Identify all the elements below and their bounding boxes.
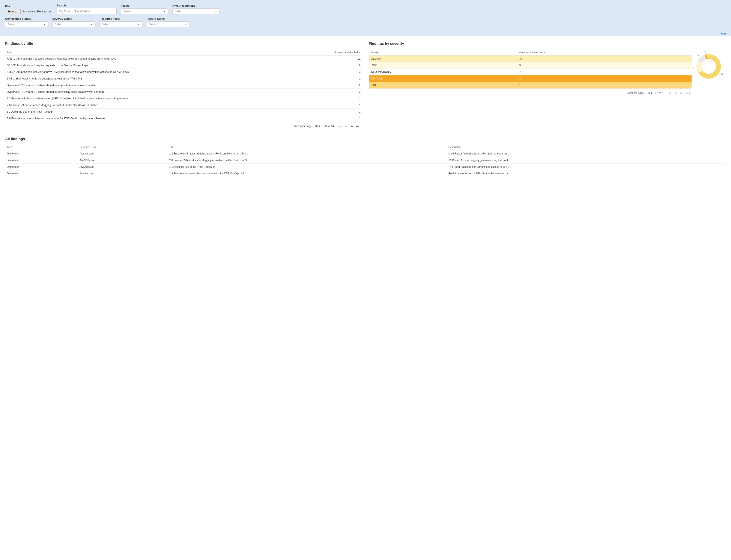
table-row[interactable]: HIGH 1 — [369, 82, 692, 89]
severity-label: MEDIUM — [369, 55, 518, 62]
finding-title: 2.6 Ensure S3 bucket access logging is e… — [5, 102, 294, 109]
sev-header-row: Severity # resources affected ▼ — [369, 49, 692, 55]
chevron-down-icon: ▼ — [43, 23, 46, 26]
col-title: Title — [168, 144, 447, 150]
severity-select[interactable]: Select... ▼ — [52, 21, 95, 27]
donut-label: 7 — [698, 54, 699, 56]
table-row[interactable]: Demo team AwsS3Bucket 2.6 Ensure S3 buck… — [5, 157, 726, 164]
team-placeholder: Select... — [123, 10, 133, 13]
compliance-label: Compliance Status: — [5, 17, 48, 20]
description: S3 Bucket Access Logging generates a log… — [447, 157, 726, 164]
aws-select[interactable]: Select... ▼ — [172, 8, 219, 14]
resource-type-select[interactable]: Select... ▼ — [99, 21, 142, 27]
team-label: Team: — [121, 4, 168, 7]
aws-label: AWS Account ID: — [172, 4, 219, 7]
compliance-placeholder: Select... — [7, 23, 18, 26]
prev-page-button[interactable]: ◀ — [673, 91, 677, 95]
record-state-select[interactable]: Select... ▼ — [147, 21, 189, 27]
resource-count: 2 — [294, 82, 362, 89]
donut-label: 37 — [721, 73, 723, 75]
team-select[interactable]: Select... ▼ — [121, 8, 168, 14]
table-row[interactable]: Demo team AwsAccount 3.9 Ensure a log me… — [5, 170, 726, 177]
first-page-button[interactable]: ❙◀ — [665, 91, 672, 95]
table-row[interactable]: CRITICAL 2 — [369, 75, 692, 82]
severity-label-group: Severity Label: Select... ▼ — [52, 17, 95, 27]
severity-label: HIGH — [369, 82, 518, 89]
next-page-button[interactable]: ▶ — [350, 124, 354, 128]
search-icon: 🔍 — [59, 9, 63, 13]
table-row[interactable]: MEDIUM 37 — [369, 55, 692, 62]
donut-label: 2 — [705, 51, 706, 53]
two-col-section: Findings by title Title # resources affe… — [5, 42, 726, 128]
table-row[interactable]: DynamoDB.1 DynamoDB tables should automa… — [5, 89, 362, 95]
resource-type-placeholder: Select... — [102, 23, 112, 26]
table-row[interactable]: 1.1 Avoid the use of the ""root"" accoun… — [5, 109, 362, 115]
table-row[interactable]: LOW 9 — [369, 62, 692, 69]
filter-row-1: File: Browse... SecurityHub-Findings.csv… — [5, 4, 726, 14]
record-state-placeholder: Select... — [149, 23, 159, 26]
table-row[interactable]: S3.5 S3 buckets should require requests … — [5, 62, 362, 69]
compliance-select[interactable]: Select... ▼ — [5, 21, 48, 27]
rows-per-page-select[interactable]: 10 ▼ — [647, 91, 653, 94]
severity-count: 7 — [518, 69, 692, 75]
finding-title: 1.2 Ensure multi-factor authentication (… — [168, 150, 447, 157]
chevron-down-icon: ▼ — [90, 23, 93, 26]
next-page-button[interactable]: ▶ — [679, 91, 683, 95]
rows-per-page-select[interactable]: 10 ▼ — [315, 125, 321, 128]
resource-count: 2 — [294, 89, 362, 95]
findings-by-severity-heading: Findings by severity — [369, 42, 726, 46]
team: Demo team — [5, 170, 78, 177]
finding-title: DynamoDB.1 DynamoDB tables should automa… — [5, 89, 294, 95]
table-row[interactable]: KMS.1 IAM customer managed policies shou… — [5, 55, 362, 62]
severity-label: LOW — [369, 62, 518, 69]
finding-title: 2.6 Ensure S3 bucket access logging is e… — [168, 157, 447, 164]
table-row[interactable]: 2.6 Ensure S3 bucket access logging is e… — [5, 102, 362, 109]
table-row[interactable]: 1.2 Ensure multi-factor authentication (… — [5, 95, 362, 102]
resource-count: 1 — [294, 109, 362, 115]
donut-chart: 379721 — [692, 49, 726, 84]
chevron-down-icon: ▼ — [185, 23, 187, 26]
compliance-group: Compliance Status: Select... ▼ — [5, 17, 48, 27]
severity-table-wrap: Severity # resources affected ▼ MEDIUM 3… — [369, 49, 692, 95]
browse-button[interactable]: Browse... — [5, 9, 21, 14]
sort-desc-icon: ▼ — [543, 51, 545, 54]
resource-type: AwsAccount — [78, 170, 168, 177]
rows-per-page-label: Rows per page: — [294, 125, 312, 128]
col-title: Title — [5, 49, 294, 55]
prev-page-button[interactable]: ◀ — [344, 124, 348, 128]
aws-group: AWS Account ID: Select... ▼ — [172, 4, 219, 14]
first-page-button[interactable]: ❙◀ — [336, 124, 342, 128]
table-row[interactable]: Demo team AwsAccount 1.2 Ensure multi-fa… — [5, 150, 726, 157]
resource-count: 11 — [294, 55, 362, 62]
severity-label: Severity Label: — [52, 17, 95, 20]
table-row[interactable]: Demo team AwsAccount 1.1 Avoid the use o… — [5, 164, 726, 170]
table-row[interactable]: 3.9 Ensure a log metric filter and alarm… — [5, 115, 362, 122]
description: Real-time monitoring of API calls can be… — [447, 170, 726, 177]
last-page-button[interactable]: ▶❙ — [355, 124, 362, 128]
rows-per-page-label: Rows per page: — [626, 91, 644, 94]
file-name: SecurityHub-Findings.csv — [22, 10, 51, 13]
donut-label: 1 — [707, 50, 709, 52]
col-description: Description — [447, 144, 726, 150]
resource-count: 1 — [294, 115, 362, 122]
col-severity: Severity — [369, 49, 518, 55]
table-row[interactable]: DynamoDB.2 DynamoDB tables should have p… — [5, 82, 362, 89]
table-row[interactable]: INFORMATIONAL 7 — [369, 69, 692, 75]
search-input[interactable] — [64, 10, 114, 13]
severity-count: 1 — [518, 82, 692, 89]
last-page-button[interactable]: ▶❙ — [685, 91, 692, 95]
chevron-down-icon: ▼ — [318, 125, 321, 128]
description: Multi-Factor Authentication (MFA) adds a… — [447, 150, 726, 157]
severity-placeholder: Select... — [55, 23, 65, 26]
all-findings-section: All findings Team Resource Type Title De… — [5, 137, 726, 177]
col-team: Team — [5, 144, 78, 150]
file-label: File: — [5, 5, 52, 8]
table-row[interactable]: KMS.2 IAM principals should not have IAM… — [5, 69, 362, 75]
resource-type-group: Resource Type: Select... ▼ — [99, 17, 142, 27]
table-row[interactable]: SNS.1 SNS topics should be encrypted at-… — [5, 75, 362, 82]
search-group: Search: 🔍 — [57, 4, 117, 14]
finding-title: 3.9 Ensure a log metric filter and alarm… — [5, 115, 294, 122]
search-label: Search: — [57, 4, 117, 7]
resource-type: AwsAccount — [78, 150, 168, 157]
reset-link[interactable]: Reset — [719, 32, 726, 36]
